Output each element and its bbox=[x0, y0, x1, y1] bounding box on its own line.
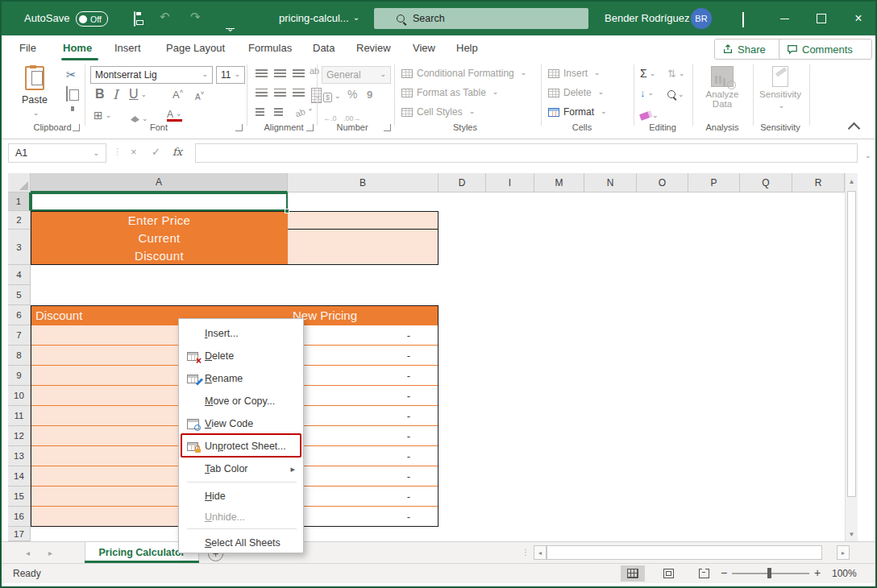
autosave-toggle[interactable]: Off bbox=[76, 11, 108, 27]
selected-cell-a1[interactable] bbox=[31, 193, 288, 211]
tab-scroll-splitter[interactable]: ⋮ bbox=[522, 548, 530, 557]
save-icon[interactable] bbox=[134, 11, 135, 27]
row-header-7[interactable]: 7 bbox=[8, 325, 31, 346]
vertical-scroll-thumb[interactable] bbox=[847, 191, 856, 497]
find-select-icon[interactable] bbox=[667, 87, 684, 101]
row-header-14[interactable]: 14 bbox=[8, 466, 31, 487]
tab-help[interactable]: Help bbox=[456, 35, 478, 60]
align-center-icon[interactable] bbox=[274, 89, 286, 97]
context-menu-item-tab-color[interactable]: Tab Color bbox=[181, 458, 301, 480]
price-input-cell-b2[interactable] bbox=[288, 211, 438, 230]
alignment-dialog-launcher-icon[interactable] bbox=[306, 124, 314, 131]
row-header-15[interactable]: 15 bbox=[8, 487, 31, 507]
tab-file[interactable]: File bbox=[19, 35, 36, 60]
paste-button[interactable]: Paste bbox=[13, 66, 56, 120]
context-menu-item-insert[interactable]: Insert... bbox=[181, 322, 301, 345]
column-header-a[interactable]: A bbox=[31, 173, 288, 193]
column-header-i[interactable]: I bbox=[486, 173, 534, 193]
column-header-r[interactable]: R bbox=[792, 173, 845, 193]
clear-icon[interactable] bbox=[640, 108, 659, 122]
font-name-select[interactable]: Montserrat Lig bbox=[90, 66, 213, 84]
number-dialog-launcher-icon[interactable] bbox=[384, 124, 391, 131]
table-cell-b7[interactable]: - bbox=[288, 325, 438, 346]
table-cell-b9[interactable]: - bbox=[288, 366, 438, 386]
search-box[interactable]: Search bbox=[374, 8, 588, 29]
column-header-q[interactable]: Q bbox=[740, 173, 792, 193]
page-layout-view-button[interactable] bbox=[656, 565, 680, 582]
format-cells-button[interactable]: Format bbox=[548, 106, 607, 118]
top-align-icon[interactable] bbox=[256, 69, 268, 77]
row-header-6[interactable]: 6 bbox=[8, 305, 31, 325]
row-header-8[interactable]: 8 bbox=[8, 346, 31, 366]
row-header-13[interactable]: 13 bbox=[8, 446, 31, 466]
copy-icon[interactable] bbox=[66, 86, 68, 101]
row-header-3[interactable]: 3 bbox=[8, 230, 31, 265]
comments-button[interactable]: Comments bbox=[779, 39, 872, 60]
decrease-indent-icon[interactable] bbox=[256, 108, 264, 116]
vertical-scrollbar[interactable]: ▲ ▼ bbox=[845, 173, 858, 541]
share-button[interactable]: Share bbox=[714, 39, 788, 60]
align-left-icon[interactable] bbox=[256, 89, 268, 97]
context-menu-item-move-or-copy[interactable]: Move or Copy... bbox=[181, 390, 301, 412]
tab-view[interactable]: View bbox=[413, 35, 435, 60]
scroll-up-icon[interactable]: ▲ bbox=[846, 175, 857, 188]
autosum-icon[interactable] bbox=[640, 66, 655, 81]
quick-access-toolbar-icon[interactable] bbox=[226, 28, 235, 29]
table-cell-b15[interactable]: - bbox=[288, 487, 438, 507]
column-header-m[interactable]: M bbox=[534, 173, 584, 193]
scroll-down-icon[interactable]: ▼ bbox=[846, 528, 857, 540]
tab-formulas[interactable]: Formulas bbox=[248, 35, 292, 60]
italic-icon[interactable] bbox=[113, 87, 118, 102]
avatar[interactable]: BR bbox=[691, 8, 712, 29]
formula-bar-splitter[interactable]: ⋮ bbox=[113, 147, 122, 157]
name-box[interactable]: A1 bbox=[8, 143, 106, 163]
font-dialog-launcher-icon[interactable] bbox=[235, 124, 243, 131]
row-header-2[interactable]: 2 bbox=[8, 211, 31, 230]
minimize-button[interactable] bbox=[766, 2, 803, 35]
discount-input-cell-b3[interactable] bbox=[288, 230, 438, 265]
horizontal-scrollbar[interactable] bbox=[547, 545, 822, 560]
borders-icon[interactable] bbox=[94, 108, 111, 122]
zoom-in-button[interactable]: + bbox=[814, 566, 821, 579]
bold-icon[interactable] bbox=[95, 87, 105, 101]
column-header-d[interactable]: D bbox=[438, 173, 486, 193]
user-name[interactable]: Bender Rodríguez bbox=[605, 12, 690, 24]
underline-icon[interactable] bbox=[129, 87, 147, 101]
tab-insert[interactable]: Insert bbox=[114, 35, 141, 60]
hscroll-left-icon[interactable]: ◂ bbox=[534, 545, 547, 560]
column-header-p[interactable]: P bbox=[688, 173, 740, 193]
row-header-4[interactable]: 4 bbox=[8, 265, 31, 285]
middle-align-icon[interactable] bbox=[274, 69, 286, 77]
font-color-icon[interactable] bbox=[167, 110, 182, 122]
formula-bar-expand-icon[interactable] bbox=[862, 148, 871, 163]
zoom-slider-thumb[interactable] bbox=[767, 568, 771, 578]
context-menu-item-select-all-sheets[interactable]: Select All Sheets bbox=[181, 532, 301, 554]
normal-view-button[interactable] bbox=[621, 565, 645, 582]
context-menu-item-unprotect-sheet[interactable]: Unprotect Sheet... bbox=[181, 435, 301, 458]
hscroll-right-icon[interactable]: ▸ bbox=[837, 545, 850, 560]
column-header-o[interactable]: O bbox=[637, 173, 688, 193]
wrap-text-icon[interactable]: ab bbox=[294, 103, 315, 118]
column-header-n[interactable]: N bbox=[584, 173, 637, 193]
select-all-corner[interactable] bbox=[8, 173, 31, 193]
context-menu-item-delete[interactable]: Delete bbox=[181, 345, 301, 367]
tab-review[interactable]: Review bbox=[356, 35, 391, 60]
context-menu-item-hide[interactable]: Hide bbox=[181, 485, 301, 507]
tab-page-layout[interactable]: Page Layout bbox=[166, 35, 225, 60]
page-break-view-button[interactable] bbox=[692, 565, 716, 582]
tab-home[interactable]: Home bbox=[63, 35, 92, 60]
table-cell-b13[interactable]: - bbox=[288, 446, 438, 466]
table-header-new-pricing[interactable]: New Pricing bbox=[288, 305, 438, 325]
next-sheet-icon[interactable]: ▸ bbox=[48, 549, 52, 557]
document-title[interactable]: pricing-calcul... bbox=[279, 12, 360, 24]
bottom-align-icon[interactable] bbox=[293, 69, 305, 77]
font-size-select[interactable]: 11 bbox=[216, 66, 245, 84]
insert-function-button[interactable]: fx bbox=[172, 146, 182, 158]
row-header-5[interactable]: 5 bbox=[8, 285, 31, 305]
cut-icon[interactable] bbox=[66, 68, 77, 82]
shrink-font-icon[interactable] bbox=[195, 89, 204, 103]
column-header-b[interactable]: B bbox=[288, 173, 438, 193]
prev-sheet-icon[interactable]: ◂ bbox=[26, 549, 30, 557]
fill-handle[interactable] bbox=[285, 209, 289, 213]
context-menu-item-rename[interactable]: Rename bbox=[181, 367, 301, 390]
